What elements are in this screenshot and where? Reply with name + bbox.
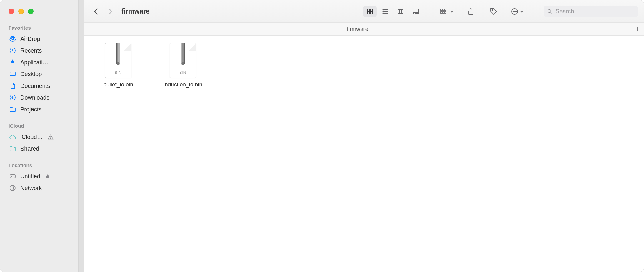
svg-point-5: [14, 147, 15, 148]
download-icon: [9, 94, 17, 101]
svg-point-7: [11, 176, 12, 177]
svg-point-35: [548, 9, 551, 13]
sidebar-item-label: Downloads: [20, 94, 49, 101]
sidebar-section-favorites-header: Favorites: [0, 22, 84, 33]
bin-file-icon: BIN: [105, 43, 131, 78]
desktop-icon: [9, 70, 17, 78]
tab-bar: firmware: [84, 23, 644, 36]
sidebar-item-label: Recents: [20, 47, 42, 54]
sidebar-item-projects[interactable]: Projects: [0, 103, 84, 115]
forward-button[interactable]: [104, 6, 116, 17]
toolbar: firmware: [84, 0, 644, 23]
search-input[interactable]: [555, 8, 634, 15]
svg-rect-10: [368, 9, 370, 11]
sidebar-item-label: Projects: [20, 106, 41, 113]
traffic-lights: [0, 0, 84, 22]
tab-label: firmware: [347, 26, 368, 32]
file-grid[interactable]: BIN bullet_io.bin BIN induction_io.bin: [84, 36, 644, 272]
sidebar: Favorites AirDrop Recents Applicati… Des…: [0, 0, 84, 272]
folder-icon: [9, 106, 17, 113]
search-field[interactable]: [544, 6, 638, 17]
svg-rect-23: [441, 9, 442, 11]
svg-point-34: [516, 11, 517, 12]
tab-firmware[interactable]: firmware: [84, 23, 631, 35]
add-tab-button[interactable]: [631, 23, 644, 35]
svg-point-14: [383, 9, 384, 10]
svg-rect-18: [413, 9, 419, 12]
svg-point-33: [514, 11, 515, 12]
finder-window: Favorites AirDrop Recents Applicati… Des…: [0, 0, 644, 272]
sidebar-item-label: Shared: [20, 145, 39, 152]
sidebar-item-recents[interactable]: Recents: [0, 45, 84, 56]
svg-rect-28: [445, 12, 446, 13]
svg-rect-22: [418, 13, 419, 14]
disk-icon: [9, 173, 17, 180]
file-item[interactable]: BIN induction_io.bin: [158, 43, 208, 88]
svg-point-0: [12, 38, 14, 40]
clock-icon: [9, 47, 17, 54]
group-by-button[interactable]: [440, 8, 454, 15]
svg-point-4: [50, 138, 51, 138]
search-icon: [547, 9, 553, 14]
svg-rect-20: [415, 13, 416, 14]
svg-rect-2: [10, 72, 15, 76]
file-name-label: induction_io.bin: [163, 81, 202, 88]
view-list-button[interactable]: [378, 6, 392, 17]
file-ext-label: BIN: [179, 70, 186, 75]
sidebar-item-icloud-drive[interactable]: iCloud…: [0, 131, 84, 143]
svg-rect-12: [368, 12, 370, 14]
view-icons-button[interactable]: [363, 6, 377, 17]
svg-rect-17: [398, 9, 403, 14]
sidebar-item-label: Documents: [20, 83, 50, 89]
sidebar-item-network[interactable]: Network: [0, 182, 84, 194]
sidebar-item-label: Applicati…: [20, 59, 49, 66]
sidebar-item-label: iCloud…: [20, 134, 43, 140]
airdrop-icon: [9, 35, 17, 42]
svg-rect-26: [441, 12, 442, 13]
sidebar-item-label: Network: [20, 185, 42, 192]
svg-rect-11: [370, 9, 372, 11]
sidebar-section-icloud-header: iCloud: [0, 120, 84, 131]
action-menu-button[interactable]: [511, 8, 524, 15]
sidebar-item-label: Untitled: [20, 173, 40, 180]
svg-rect-24: [443, 9, 444, 11]
document-icon: [9, 82, 17, 89]
file-name-label: bullet_io.bin: [103, 81, 133, 88]
svg-point-16: [383, 13, 384, 14]
svg-rect-19: [413, 13, 414, 14]
close-button[interactable]: [9, 9, 14, 14]
network-icon: [9, 184, 17, 192]
bin-file-icon: BIN: [170, 43, 196, 78]
minimize-button[interactable]: [18, 9, 24, 14]
back-button[interactable]: [90, 6, 102, 17]
maximize-button[interactable]: [28, 9, 34, 14]
svg-point-30: [492, 9, 493, 10]
sidebar-item-label: Desktop: [20, 71, 42, 78]
sidebar-item-untitled-disk[interactable]: Untitled: [0, 170, 84, 182]
svg-rect-6: [10, 175, 15, 178]
view-columns-button[interactable]: [394, 6, 407, 17]
svg-rect-27: [443, 12, 444, 13]
sidebar-item-airdrop[interactable]: AirDrop: [0, 33, 84, 45]
sidebar-item-label: AirDrop: [20, 36, 40, 42]
svg-point-32: [513, 11, 514, 12]
sidebar-item-desktop[interactable]: Desktop: [0, 68, 84, 80]
eject-icon[interactable]: [45, 174, 50, 179]
svg-rect-8: [46, 177, 49, 178]
chevron-down-icon: [520, 9, 524, 14]
tag-button[interactable]: [488, 6, 500, 17]
cloud-icon: [9, 133, 17, 140]
sidebar-item-shared[interactable]: Shared: [0, 143, 84, 155]
main-area: firmware: [84, 0, 644, 272]
sidebar-item-documents[interactable]: Documents: [0, 80, 84, 92]
sidebar-item-downloads[interactable]: Downloads: [0, 92, 84, 103]
sidebar-item-applications[interactable]: Applicati…: [0, 56, 84, 68]
view-gallery-button[interactable]: [409, 6, 423, 17]
svg-rect-21: [416, 13, 418, 14]
sidebar-section-locations-header: Locations: [0, 160, 84, 170]
sidebar-scrollbar[interactable]: [78, 0, 84, 272]
svg-point-15: [383, 11, 384, 12]
share-button[interactable]: [465, 6, 477, 17]
svg-rect-13: [370, 12, 372, 14]
file-item[interactable]: BIN bullet_io.bin: [93, 43, 143, 88]
